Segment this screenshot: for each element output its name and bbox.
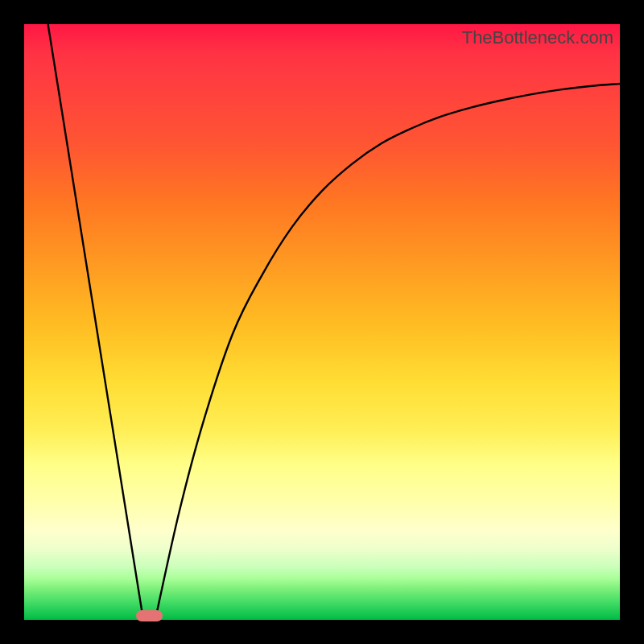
plot-area: TheBottleneck.com <box>24 24 620 620</box>
target-marker <box>136 610 163 621</box>
chart-container: TheBottleneck.com <box>0 0 644 644</box>
right-branch-line <box>155 84 620 620</box>
left-branch-line <box>48 24 143 620</box>
chart-lines-svg <box>24 24 620 620</box>
